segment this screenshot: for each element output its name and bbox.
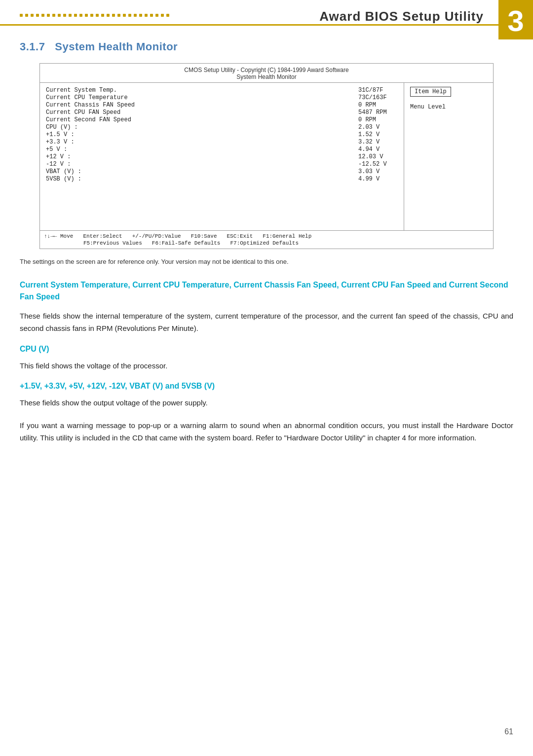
header-dot: [134, 14, 137, 17]
voltage-heading: +1.5V, +3.3V, +5V, +12V, -12V, VBAT (V) …: [20, 382, 513, 391]
header-dot: [31, 14, 34, 17]
dots-row: [20, 14, 169, 17]
cpu-v-body: This field shows the voltage of the proc…: [20, 360, 513, 372]
header-title: Award BIOS Setup Utility: [319, 9, 484, 24]
bios-row-value: 1.52 V: [358, 131, 398, 138]
bios-row-value: 31C/87F: [358, 87, 398, 94]
bios-footer-item: +/-/PU/PD:Value: [132, 233, 181, 239]
bios-caption: CMOS Setup Utility - Copyright (C) 1984-…: [40, 64, 493, 82]
page-content: The settings on the screen are for refer…: [0, 249, 533, 444]
bios-row: Current Second FAN Speed0 RPM: [46, 116, 398, 123]
bios-row: -12 V :-12.52 V: [46, 161, 398, 168]
cpu-v-heading: CPU (V): [20, 345, 513, 354]
bios-row-value: 4.99 V: [358, 176, 398, 182]
bios-row: +12 V :12.03 V: [46, 153, 398, 160]
bios-sidebar-menu-label: Menu Level: [410, 104, 487, 110]
bios-row-label: -12 V :: [46, 161, 71, 168]
header-dot: [69, 14, 72, 17]
bios-row-value: -12.52 V: [358, 161, 398, 168]
section-name: System Health Monitor: [55, 40, 178, 53]
header-dot: [41, 14, 44, 17]
section-title: 3.1.7 System Health Monitor: [0, 26, 533, 63]
bios-row: Current CPU Temperature73C/163F: [46, 94, 398, 101]
header-dot: [117, 14, 120, 17]
bios-footer-row2: F5:Previous ValuesF6:Fail-Safe DefaultsF…: [44, 240, 489, 246]
header-dot: [79, 14, 82, 17]
header-dot: [161, 14, 164, 17]
page-header: Award BIOS Setup Utility 3: [0, 0, 533, 26]
bios-caption-line2: System Health Monitor: [40, 73, 493, 80]
bios-row-label: +5 V :: [46, 146, 67, 153]
bios-row-value: 12.03 V: [358, 153, 398, 160]
bios-sidebar-title-box: Item Help: [410, 87, 451, 97]
note-text: The settings on the screen are for refer…: [20, 257, 513, 267]
bios-row-label: +12 V :: [46, 153, 71, 160]
header-dot: [166, 14, 169, 17]
bios-row: Current Chassis FAN Speed0 RPM: [46, 102, 398, 108]
header-dot: [96, 14, 99, 17]
bios-footer-item: F7:Optimized Defaults: [230, 240, 299, 246]
header-dot: [139, 14, 142, 17]
bios-row: CPU (V) :2.03 V: [46, 124, 398, 131]
bios-content-area: Current System Temp.31C/87FCurrent CPU T…: [40, 82, 493, 230]
bios-screenshot: CMOS Setup Utility - Copyright (C) 1984-…: [39, 63, 494, 249]
header-dot: [101, 14, 104, 17]
bios-row-value: 0 RPM: [358, 102, 398, 108]
bios-row-label: +3.3 V :: [46, 139, 75, 145]
bios-footer-item: F10:Save: [191, 233, 217, 239]
bios-row-value: 3.32 V: [358, 139, 398, 145]
header-dot: [25, 14, 28, 17]
header-dot: [36, 14, 39, 17]
voltage-body2: If you want a warning message to pop-up …: [20, 419, 513, 444]
header-dot: [145, 14, 148, 17]
section-number: 3.1.7: [20, 40, 45, 53]
bios-row-value: 2.03 V: [358, 124, 398, 131]
bios-row-label: CPU (V) :: [46, 124, 78, 131]
bios-main-panel: Current System Temp.31C/87FCurrent CPU T…: [40, 83, 404, 230]
bios-row: +3.3 V :3.32 V: [46, 139, 398, 145]
header-dot: [155, 14, 158, 17]
bios-row: VBAT (V) :3.03 V: [46, 168, 398, 175]
header-dot: [123, 14, 126, 17]
temp-section-body: These fields show the internal temperatu…: [20, 310, 513, 335]
header-dot: [112, 14, 115, 17]
chapter-number: 3: [498, 0, 533, 39]
bios-row-label: Current Second FAN Speed: [46, 116, 131, 123]
header-dot: [85, 14, 88, 17]
bios-footer-item: F5:Previous Values: [83, 240, 142, 246]
header-dot: [63, 14, 66, 17]
bios-row-value: 73C/163F: [358, 94, 398, 101]
header-dot: [47, 14, 50, 17]
header-dot: [52, 14, 55, 17]
bios-row: +1.5 V :1.52 V: [46, 131, 398, 138]
bios-footer-item: Enter:Select: [83, 233, 122, 239]
temp-section-heading: Current System Temperature, Current CPU …: [20, 279, 513, 303]
header-dot: [74, 14, 77, 17]
decorative-dots: [20, 14, 169, 17]
header-dot: [150, 14, 153, 17]
bios-footer-item: F1:General Help: [263, 233, 311, 239]
bios-row: +5 V :4.94 V: [46, 146, 398, 153]
bios-row: Current System Temp.31C/87F: [46, 87, 398, 94]
bios-row-label: Current CPU FAN Speed: [46, 109, 120, 116]
bios-row: Current CPU FAN Speed5487 RPM: [46, 109, 398, 116]
bios-row-label: +1.5 V :: [46, 131, 75, 138]
bios-row-value: 5487 RPM: [358, 109, 398, 116]
bios-footer-item: F6:Fail-Safe Defaults: [152, 240, 221, 246]
bios-row-label: Current System Temp.: [46, 87, 117, 94]
voltage-body1: These fields show the output voltage of …: [20, 396, 513, 409]
bios-row-label: Current CPU Temperature: [46, 94, 128, 101]
page-number: 61: [504, 727, 513, 736]
bios-row-value: 0 RPM: [358, 116, 398, 123]
header-dot: [128, 14, 131, 17]
header-dot: [58, 14, 61, 17]
bios-footer-item: ESC:Exit: [227, 233, 253, 239]
bios-row-value: 4.94 V: [358, 146, 398, 153]
bios-row-label: VBAT (V) :: [46, 168, 81, 175]
header-dot: [107, 14, 110, 17]
header-dot: [20, 14, 23, 17]
bios-sidebar: Item Help Menu Level: [404, 83, 493, 230]
bios-footer-row1: ↑↓→← MoveEnter:Select+/-/PU/PD:ValueF10:…: [44, 233, 489, 239]
bios-row-label: Current Chassis FAN Speed: [46, 102, 135, 108]
bios-row: 5VSB (V) :4.99 V: [46, 176, 398, 182]
